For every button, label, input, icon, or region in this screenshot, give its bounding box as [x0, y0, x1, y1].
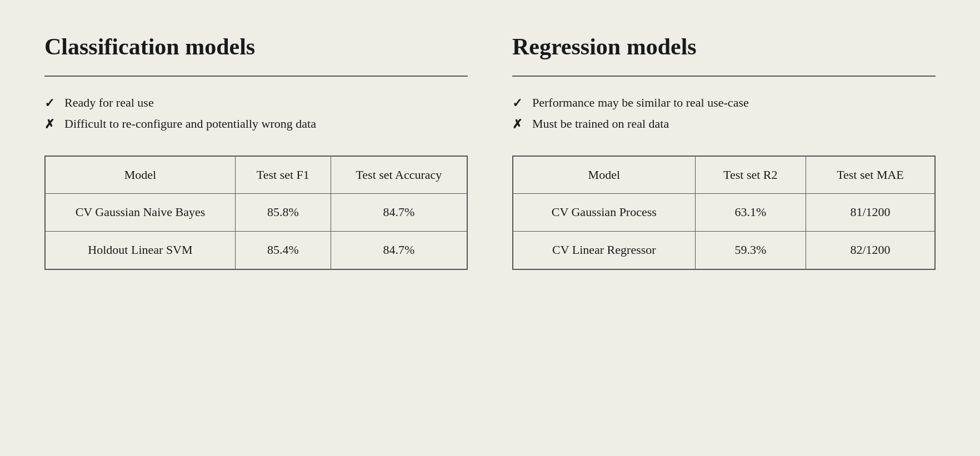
regression-row1-model: CV Gaussian Process — [513, 194, 695, 232]
classification-row2-f1: 85.4% — [235, 232, 331, 269]
regression-table: Model Test set R2 Test set MAE CV Gaussi… — [512, 156, 936, 270]
classification-row1-f1: 85.8% — [235, 194, 331, 232]
classification-row1-accuracy: 84.7% — [331, 194, 467, 232]
regression-divider — [512, 76, 936, 77]
classification-table-header-row: Model Test set F1 Test set Accuracy — [45, 156, 467, 194]
regression-col-mae: Test set MAE — [806, 156, 935, 194]
regression-row1-mae: 81/1200 — [806, 194, 935, 232]
check-icon-1: ✓ — [44, 95, 56, 112]
regression-section: Regression models ✓ Performance may be s… — [512, 33, 936, 423]
classification-bullet-2-text: Difficult to re-configure and potentiall… — [64, 116, 468, 133]
cross-icon-2: ✗ — [512, 116, 523, 133]
table-row: Holdout Linear SVM 85.4% 84.7% — [45, 232, 467, 269]
regression-col-r2: Test set R2 — [695, 156, 806, 194]
regression-col-model: Model — [513, 156, 695, 194]
classification-row2-model: Holdout Linear SVM — [45, 232, 235, 269]
classification-col-model: Model — [45, 156, 235, 194]
classification-col-f1: Test set F1 — [235, 156, 331, 194]
regression-bullet-2-text: Must be trained on real data — [532, 116, 936, 133]
page-container: Classification models ✓ Ready for real u… — [0, 0, 980, 456]
classification-bullets: ✓ Ready for real use ✗ Difficult to re-c… — [44, 94, 468, 133]
regression-title: Regression models — [512, 33, 936, 60]
regression-row1-r2: 63.1% — [695, 194, 806, 232]
classification-row2-accuracy: 84.7% — [331, 232, 467, 269]
classification-title: Classification models — [44, 33, 468, 60]
regression-bullets: ✓ Performance may be similar to real use… — [512, 94, 936, 133]
classification-divider — [44, 76, 468, 77]
classification-bullet-1-text: Ready for real use — [64, 94, 468, 112]
classification-section: Classification models ✓ Ready for real u… — [44, 33, 468, 423]
regression-bullet-2: ✗ Must be trained on real data — [512, 116, 936, 133]
check-icon-2: ✓ — [512, 95, 523, 112]
regression-row2-model: CV Linear Regressor — [513, 232, 695, 269]
regression-bullet-1: ✓ Performance may be similar to real use… — [512, 94, 936, 112]
regression-table-header-row: Model Test set R2 Test set MAE — [513, 156, 935, 194]
table-row: CV Linear Regressor 59.3% 82/1200 — [513, 232, 935, 269]
regression-row2-mae: 82/1200 — [806, 232, 935, 269]
classification-bullet-1: ✓ Ready for real use — [44, 94, 468, 112]
classification-row1-model: CV Gaussian Naive Bayes — [45, 194, 235, 232]
classification-bullet-2: ✗ Difficult to re-configure and potentia… — [44, 116, 468, 133]
table-row: CV Gaussian Process 63.1% 81/1200 — [513, 194, 935, 232]
table-row: CV Gaussian Naive Bayes 85.8% 84.7% — [45, 194, 467, 232]
regression-row2-r2: 59.3% — [695, 232, 806, 269]
cross-icon-1: ✗ — [44, 116, 56, 133]
classification-col-accuracy: Test set Accuracy — [331, 156, 467, 194]
classification-table: Model Test set F1 Test set Accuracy CV G… — [44, 156, 468, 270]
regression-bullet-1-text: Performance may be similar to real use-c… — [532, 94, 936, 112]
